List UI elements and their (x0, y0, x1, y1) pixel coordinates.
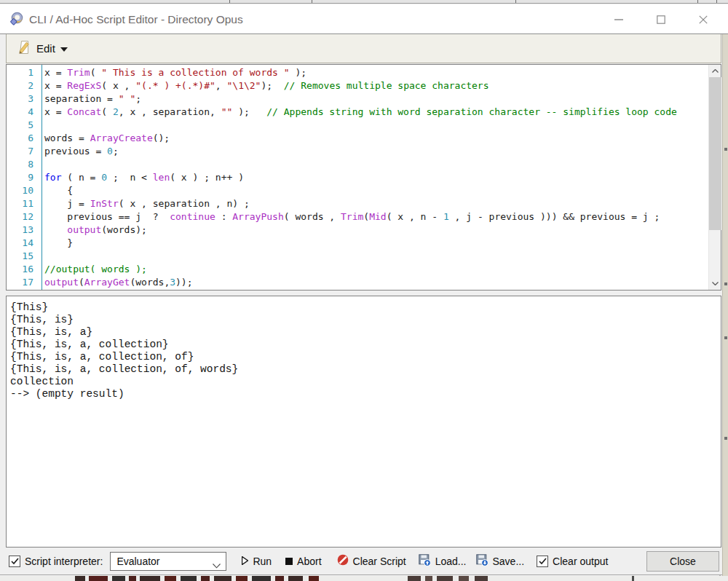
code-line: 4x = Concat( 2, x , separation, "" ); //… (7, 106, 707, 119)
line-number: 7 (7, 145, 39, 158)
line-number: 17 (7, 276, 39, 289)
clear-script-button[interactable]: Clear Script (337, 554, 406, 568)
code-line: 8 (7, 158, 707, 171)
code-line: 16//output( words ); (7, 263, 707, 276)
clear-output-checkbox[interactable] (537, 556, 548, 567)
save-label: Save... (493, 556, 525, 567)
background-window-edge-top (0, 0, 728, 4)
scrollbar-thumb[interactable] (709, 77, 721, 230)
close-button-label: Close (670, 556, 696, 567)
script-interpreter-label: Script interpreter: (25, 556, 103, 567)
line-number: 14 (7, 237, 39, 250)
close-button[interactable]: Close (646, 551, 719, 572)
run-button[interactable]: Run (242, 556, 272, 567)
output-pane: {This}{This, is}{This, is, a}{This, is, … (6, 296, 721, 548)
script-interpreter-checkbox[interactable] (9, 556, 20, 567)
chevron-down-icon (213, 559, 221, 571)
code-line: 3separation = " "; (7, 92, 707, 106)
output-line: {This} (10, 301, 716, 314)
script-editor-window: CLI / Ad-Hoc Script Editor - Directory O… (0, 0, 728, 581)
line-number: 9 (7, 171, 39, 184)
output-line: --> (empty result) (10, 388, 716, 400)
code-line: 6words = ArrayCreate(); (7, 132, 707, 145)
interpreter-selected-value: Evaluator (111, 556, 159, 567)
window-title: CLI / Ad-Hoc Script Editor - Directory O… (29, 4, 243, 34)
title-bar: CLI / Ad-Hoc Script Editor - Directory O… (0, 4, 728, 34)
load-button[interactable]: Load... (419, 554, 467, 569)
scroll-down-icon[interactable] (709, 277, 721, 290)
line-number: 12 (7, 210, 39, 224)
code-line: 11 j = InStr( x , separation , n) ; (7, 197, 707, 210)
scroll-up-icon[interactable] (709, 65, 721, 77)
interpreter-select[interactable]: Evaluator (110, 552, 226, 571)
run-label: Run (253, 556, 272, 567)
line-number: 2 (7, 79, 39, 92)
output-line: {This, is, a} (10, 326, 716, 339)
edit-menu-button[interactable]: Edit (12, 38, 72, 60)
play-icon (242, 556, 248, 567)
stop-icon (285, 556, 293, 567)
prohibition-icon (337, 554, 349, 568)
abort-button[interactable]: Abort (285, 556, 321, 567)
edit-menu-label: Edit (36, 42, 55, 55)
background-window-edge-right (722, 34, 728, 576)
clear-output-label: Clear output (553, 556, 608, 567)
output-line: {This, is, a, collection} (10, 339, 716, 351)
output-line: {This, is, a, collection, of} (10, 351, 716, 363)
abort-label: Abort (297, 556, 321, 567)
editor-scrollbar[interactable] (708, 65, 721, 290)
floppy-load-icon (419, 554, 431, 569)
code-line: 7previous = 0; (7, 145, 707, 158)
line-number: 6 (7, 132, 39, 145)
edit-toolbar: Edit (6, 34, 721, 63)
output-line: {This, is, a, collection, of, words} (10, 363, 716, 376)
bottom-toolbar: Script interpreter: Evaluator Run Abort (0, 548, 728, 575)
pencil-icon (17, 40, 31, 58)
line-number: 8 (7, 158, 39, 171)
code-line: 15 (7, 250, 707, 263)
code-line: 12 previous == j ? continue : ArrayPush(… (7, 210, 707, 224)
code-line: 1x = Trim( " This is a collection of wor… (7, 66, 707, 79)
output-line: {This, is} (10, 314, 716, 326)
line-number: 11 (7, 197, 39, 210)
code-lines: 1x = Trim( " This is a collection of wor… (7, 66, 707, 289)
line-number: 3 (7, 92, 39, 106)
line-number: 13 (7, 224, 39, 237)
line-number: 1 (7, 66, 39, 79)
code-line: 13 output(words); (7, 224, 707, 237)
output-line: collection (10, 376, 716, 388)
clear-script-label: Clear Script (353, 556, 406, 567)
code-line: 14 } (7, 237, 707, 250)
background-window-edge-bottom (0, 576, 728, 581)
output-lines: {This}{This, is}{This, is, a}{This, is, … (10, 301, 716, 400)
line-number: 15 (7, 250, 39, 263)
line-number: 5 (7, 119, 39, 132)
code-line: 9for ( n = 0 ; n < len( x ) ; n++ ) (7, 171, 707, 184)
code-line: 5 (7, 119, 707, 132)
code-editor[interactable]: 1x = Trim( " This is a collection of wor… (6, 64, 721, 290)
line-number: 10 (7, 184, 39, 197)
chevron-down-icon (60, 47, 68, 52)
line-number: 4 (7, 106, 39, 119)
save-button[interactable]: Save... (476, 554, 525, 569)
code-line: 10 { (7, 184, 707, 197)
minimize-button[interactable] (609, 11, 629, 28)
line-number: 16 (7, 263, 39, 276)
close-icon[interactable] (693, 11, 713, 28)
directory-opus-icon (9, 12, 24, 26)
load-label: Load... (435, 556, 467, 567)
code-line: 2x = RegExS( x , "(.* ) +(.*)#", "\1\2")… (7, 79, 707, 92)
floppy-save-icon (476, 554, 488, 569)
maximize-button[interactable] (651, 11, 671, 28)
code-line: 17output(ArrayGet(words,3)); (7, 276, 707, 289)
